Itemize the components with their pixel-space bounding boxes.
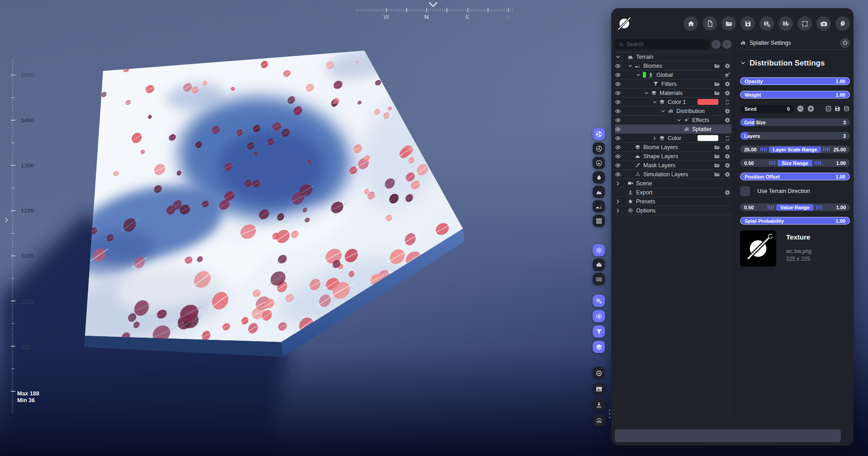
visibility-toggle[interactable] (615, 162, 621, 169)
tree-row-color[interactable]: Color (615, 134, 731, 143)
strip-cloud-button[interactable] (593, 259, 605, 271)
tree-row-splatter[interactable]: Splatter (615, 125, 731, 134)
range-slider-layer-scale-range[interactable]: 25.00Layer Scale Range25.00 (740, 146, 850, 153)
folder-button[interactable] (714, 153, 720, 160)
folder-button[interactable] (714, 90, 720, 96)
tree-row-shape-layers[interactable]: Shape Layers (615, 152, 731, 161)
tree-row-export[interactable]: Export (615, 188, 731, 197)
color-swatch[interactable] (698, 99, 718, 105)
visibility-toggle[interactable] (615, 63, 621, 69)
plus-button[interactable] (724, 189, 731, 196)
tree-row-global[interactable]: Global (615, 71, 731, 80)
seed-input[interactable]: Seed0 (740, 105, 794, 113)
save-as-button[interactable] (760, 16, 774, 31)
slider-grid-size[interactable]: Grid Size3 (740, 118, 850, 126)
collapse-all-button[interactable] (712, 40, 721, 49)
visibility-toggle[interactable] (615, 171, 621, 178)
save-edit-button[interactable] (778, 16, 793, 31)
new-file-button[interactable] (703, 16, 717, 31)
search-field[interactable] (627, 41, 706, 47)
expand-all-button[interactable] (722, 40, 731, 49)
use-terrain-direction-checkbox[interactable] (740, 186, 750, 196)
visibility-toggle[interactable] (615, 117, 621, 123)
strip-layers-button[interactable] (593, 341, 605, 353)
plus-button[interactable] (724, 117, 731, 123)
compass-ruler[interactable] (357, 8, 512, 13)
visibility-toggle[interactable] (615, 90, 621, 96)
search-input[interactable] (615, 39, 710, 49)
strip-turbine2-button[interactable] (593, 142, 605, 155)
save-button[interactable] (741, 16, 755, 31)
tree-row-biomes[interactable]: Biomes (615, 61, 731, 71)
tree-row-biome-layers[interactable]: Biome Layers (615, 143, 731, 152)
section-header[interactable]: Distribution Settings (740, 59, 850, 67)
tree-row-materials[interactable]: Materials (615, 89, 731, 98)
visibility-toggle[interactable] (615, 153, 621, 160)
slider-splat-probability[interactable]: Splat Probability1.00 (740, 217, 850, 225)
visibility-toggle[interactable] (615, 144, 621, 150)
strip-waves-button[interactable] (593, 273, 605, 285)
increment-seed-button[interactable] (807, 104, 815, 113)
visibility-toggle[interactable] (615, 72, 621, 78)
plus-button[interactable] (724, 153, 731, 160)
range-label-chip[interactable]: Size Range (778, 160, 812, 166)
folder-button[interactable] (714, 171, 720, 178)
strip-download-button[interactable] (593, 399, 605, 411)
help-button[interactable] (835, 16, 850, 31)
strip-stats-button[interactable] (593, 414, 605, 427)
tree-row-scene[interactable]: Scene (615, 179, 731, 188)
strip-flame-button[interactable] (593, 171, 605, 183)
decrement-seed-button[interactable] (796, 104, 805, 113)
tree-row-distribution[interactable]: Distribution (615, 107, 731, 116)
screenshot-button[interactable] (816, 16, 831, 31)
strip-circle-mountain-button[interactable] (593, 157, 605, 169)
color-swatch[interactable] (698, 135, 718, 141)
refresh-button[interactable] (724, 99, 731, 105)
tree-row-color-1[interactable]: Color 1 (615, 98, 731, 107)
refresh-button[interactable] (724, 135, 731, 141)
texture-thumbnail[interactable] (740, 230, 776, 267)
layers-plus-button[interactable] (724, 72, 731, 78)
tree-row-terrain[interactable]: Terrain (615, 52, 731, 61)
strip-record-button[interactable] (593, 367, 605, 379)
plus-button[interactable] (724, 90, 731, 96)
tree-row-presets[interactable]: Presets (615, 197, 731, 206)
visibility-toggle[interactable] (615, 99, 621, 105)
strip-image-button[interactable] (593, 383, 605, 395)
slider-opacity[interactable]: Opacity1.00 (740, 77, 850, 85)
range-slider-value-range[interactable]: 0.50Value Range1.00 (740, 203, 850, 211)
plus-button[interactable] (724, 63, 731, 69)
reset-settings-button[interactable] (840, 38, 850, 48)
range-label-chip[interactable]: Layer Scale Range (769, 146, 821, 153)
plus-button[interactable] (724, 162, 731, 169)
strip-drag-handle[interactable] (609, 409, 610, 418)
folder-button[interactable] (714, 162, 720, 169)
tree-row-mask-layers[interactable]: Mask Layers (615, 161, 731, 170)
dice-button[interactable] (825, 105, 832, 112)
visibility-toggle[interactable] (615, 126, 621, 132)
range-label-chip[interactable]: Value Range (776, 204, 814, 211)
folder-button[interactable] (714, 144, 720, 150)
strip-funnel-button[interactable] (593, 325, 605, 338)
visibility-toggle[interactable] (615, 81, 621, 87)
panel-expand-button[interactable] (3, 216, 10, 224)
range-slider-size-range[interactable]: 0.50Size Range1.00 (740, 159, 850, 167)
visibility-toggle[interactable] (615, 108, 621, 114)
plus-button[interactable] (724, 108, 731, 114)
strip-turbine-button[interactable] (593, 128, 605, 140)
folder-button[interactable] (714, 63, 720, 69)
strip-gears-button[interactable] (593, 295, 605, 307)
strip-biome-button[interactable] (593, 200, 605, 212)
save-button[interactable] (834, 105, 841, 112)
tree-row-effects[interactable]: Effects (615, 116, 731, 125)
home-button[interactable] (684, 16, 698, 31)
strip-mountain-button[interactable] (593, 186, 605, 198)
plus-button[interactable] (724, 144, 731, 150)
folder-button[interactable] (714, 81, 720, 87)
tree-row-simulation-layers[interactable]: Simulation Layers (615, 170, 731, 179)
strip-gear-button[interactable] (593, 244, 605, 256)
rotate-icon[interactable] (767, 233, 774, 240)
strip-eye-button[interactable] (593, 310, 605, 322)
slider-weight[interactable]: Weight1.00 (740, 91, 850, 99)
strip-grid-button[interactable] (593, 215, 605, 227)
